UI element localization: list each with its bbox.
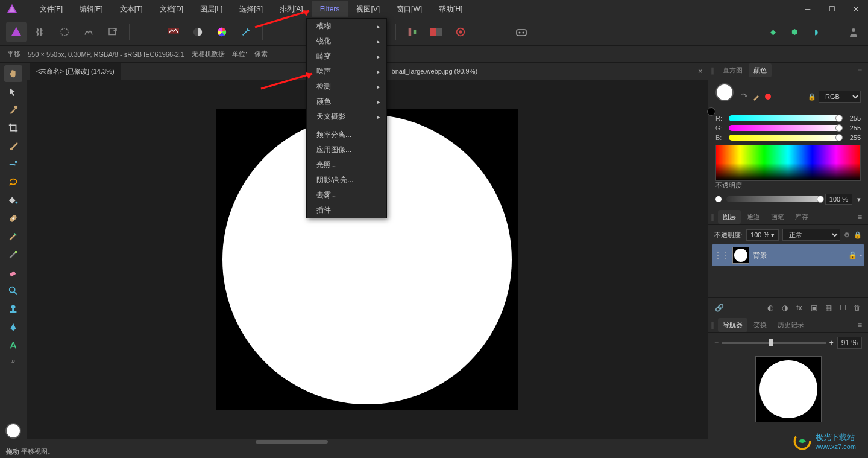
stamp-tool[interactable] [4, 301, 22, 317]
menu-help[interactable]: 帮助[H] [430, 1, 471, 18]
navigator-preview[interactable] [755, 356, 822, 422]
tab-close-icon[interactable]: × [693, 66, 708, 76]
filter-color[interactable]: 颜色▸ [307, 94, 386, 109]
zoom-in-icon[interactable]: + [829, 339, 834, 347]
filter-blur[interactable]: 模糊▸ [307, 19, 386, 34]
opacity-dropdown-icon[interactable]: ▾ [857, 196, 861, 203]
menu-edit[interactable]: 编辑[E] [71, 1, 112, 18]
tab-navigator[interactable]: 导航器 [718, 318, 747, 332]
tab-brushes[interactable]: 画笔 [766, 210, 789, 224]
lock-icon[interactable]: 🔒 [854, 231, 862, 239]
group-icon[interactable]: ▦ [822, 302, 834, 314]
user-icon[interactable] [845, 24, 862, 40]
menu-text[interactable]: 文本[T] [112, 1, 151, 18]
doc-tab-1[interactable]: <未命名> [已修改] (14.3%) [30, 63, 121, 80]
zoom-slider[interactable] [722, 342, 826, 344]
persona-photo[interactable] [6, 22, 27, 42]
dodge-brush-tool[interactable] [4, 246, 22, 263]
quickmask-icon[interactable] [450, 22, 471, 42]
heal-brush-tool[interactable] [4, 210, 22, 227]
blend-mode-select[interactable]: 正常 [782, 229, 840, 241]
account-store-icon[interactable]: ◗ [808, 24, 825, 40]
tab-transform[interactable]: 变换 [749, 318, 772, 332]
alignment-icon[interactable] [402, 22, 423, 42]
window-maximize[interactable]: ☐ [820, 0, 844, 18]
filter-plugins[interactable]: 插件 [307, 203, 386, 218]
zoom-out-icon[interactable]: − [714, 339, 719, 347]
tab-channels[interactable]: 通道 [742, 210, 765, 224]
wand-icon[interactable] [236, 22, 256, 42]
eyedropper-icon[interactable] [752, 92, 761, 101]
zoom-value[interactable]: 91 % [837, 337, 862, 349]
r-slider[interactable] [729, 115, 839, 121]
add-layer-icon[interactable]: ☐ [837, 302, 849, 314]
doc-tab-2[interactable]: bnail_large.webp.jpg (90.9%) [386, 64, 483, 78]
layer-opacity-value[interactable]: 100 % ▾ [746, 229, 779, 241]
menu-select[interactable]: 选择[S] [231, 1, 271, 18]
layer-visible-icon[interactable]: ▪ [860, 251, 862, 259]
tab-stock[interactable]: 库存 [790, 210, 813, 224]
persona-liquify[interactable] [30, 22, 51, 42]
foreground-color-swatch[interactable] [5, 423, 21, 439]
zoom-tool[interactable] [4, 282, 22, 299]
layer-lock-icon[interactable]: 🔒 [848, 251, 857, 259]
filter-dehaze[interactable]: 去雾... [307, 188, 386, 203]
lock-icon[interactable]: 🔒 [808, 93, 816, 101]
assistant-icon[interactable] [511, 22, 532, 42]
filter-noise[interactable]: 噪声▸ [307, 64, 386, 79]
opacity-slider[interactable] [726, 196, 820, 202]
account-sync-icon[interactable]: ⬢ [786, 24, 803, 40]
text-tool[interactable] [4, 337, 22, 354]
secondary-color-well[interactable] [707, 107, 715, 116]
context-unit-value[interactable]: 像素 [254, 49, 268, 59]
delete-layer-icon[interactable]: 🗑 [851, 302, 863, 314]
selection-brush-tool[interactable] [4, 156, 22, 173]
filter-astro[interactable]: 天文摄影▸ [307, 109, 386, 124]
color-picker-tool[interactable] [4, 101, 22, 118]
opacity-value[interactable]: 100 % [825, 194, 852, 205]
panel-menu-icon[interactable]: ≡ [854, 320, 866, 331]
hand-tool[interactable] [4, 65, 22, 82]
adjustment-circle-icon[interactable] [187, 22, 208, 42]
menu-layer[interactable]: 图层[L] [192, 1, 231, 18]
menu-arrange[interactable]: 排列[A] [271, 1, 312, 18]
menu-filters[interactable]: Filters [312, 1, 348, 17]
adjust-icon[interactable]: ◑ [779, 302, 791, 314]
erase-brush-tool[interactable] [4, 264, 22, 281]
persona-export[interactable] [102, 22, 123, 42]
lasso-tool[interactable] [4, 174, 22, 191]
filter-distort[interactable]: 畸变▸ [307, 49, 386, 64]
swap-colors-icon[interactable] [740, 92, 748, 101]
g-slider[interactable] [729, 125, 839, 131]
more-tools[interactable]: » [4, 355, 22, 367]
layer-item[interactable]: ⋮⋮ 背景 🔒▪ [712, 244, 864, 266]
window-minimize[interactable]: ─ [796, 0, 820, 18]
crop-layer-icon[interactable]: ▣ [808, 302, 820, 314]
pen-tool[interactable] [4, 319, 22, 336]
clone-brush-tool[interactable] [4, 228, 22, 245]
menu-document[interactable]: 文档[D] [151, 1, 192, 18]
fx-icon[interactable]: fx [793, 302, 805, 314]
mask-icon[interactable]: ◐ [764, 302, 776, 314]
filter-detect[interactable]: 检测▸ [307, 79, 386, 94]
filter-apply-image[interactable]: 应用图像... [307, 142, 386, 157]
crop-tool[interactable] [4, 119, 22, 136]
persona-develop[interactable] [54, 22, 75, 42]
visibility-dots-icon[interactable]: ⋮⋮ [714, 251, 729, 259]
window-close[interactable]: ✕ [844, 0, 868, 18]
gear-icon[interactable]: ⚙ [844, 231, 850, 239]
color-spectrum[interactable] [715, 145, 861, 181]
b-slider[interactable] [729, 135, 839, 141]
paint-brush-tool[interactable] [4, 138, 22, 154]
panel-menu-icon[interactable]: ≡ [854, 65, 866, 76]
tab-histogram[interactable]: 直方图 [718, 63, 747, 77]
flood-fill-tool[interactable] [4, 192, 22, 209]
primary-color-well[interactable] [715, 83, 734, 101]
filter-sharpen[interactable]: 锐化▸ [307, 34, 386, 49]
tab-layers[interactable]: 图层 [718, 210, 741, 224]
menu-window[interactable]: 窗口[W] [388, 1, 430, 18]
crop-ratio-icon[interactable] [426, 22, 447, 42]
tab-history[interactable]: 历史记录 [773, 318, 809, 332]
tab-color[interactable]: 颜色 [749, 63, 772, 77]
levels-icon[interactable] [163, 22, 184, 42]
